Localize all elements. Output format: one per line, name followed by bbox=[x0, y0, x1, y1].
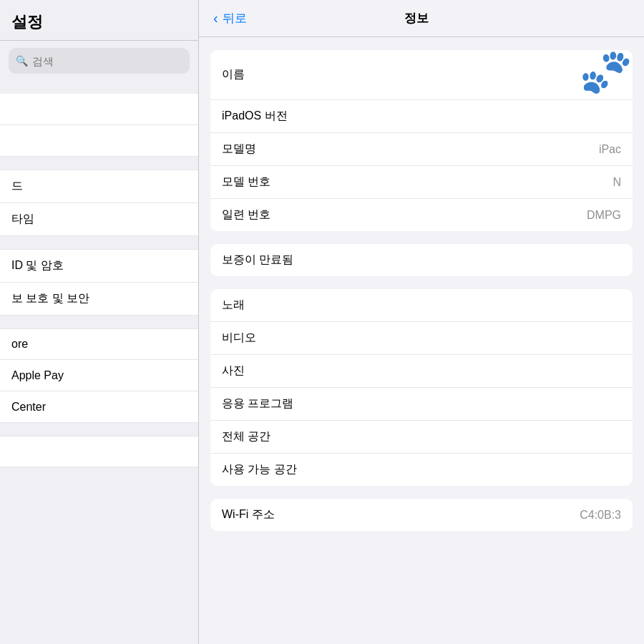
sidebar-item-store[interactable]: ore bbox=[0, 328, 198, 360]
back-button[interactable]: ‹ 뒤로 bbox=[213, 10, 247, 26]
label-ipados: iPadOS 버전 bbox=[222, 109, 288, 124]
sidebar-item-center[interactable]: Center bbox=[0, 391, 198, 423]
label-apps: 응용 프로그램 bbox=[222, 396, 293, 411]
label-wifi: Wi-Fi 주소 bbox=[222, 507, 275, 522]
sidebar-item-do[interactable]: 드 bbox=[0, 170, 198, 203]
value-model-number: N bbox=[613, 176, 621, 189]
sidebar-item-security[interactable]: 보 보호 및 보안 bbox=[0, 283, 198, 316]
row-apps: 응용 프로그램 bbox=[210, 388, 633, 421]
back-chevron-icon: ‹ bbox=[213, 10, 218, 26]
row-warranty: 보증이 만료됨 bbox=[210, 244, 633, 276]
sidebar-group-3: ID 및 암호 보 보호 및 보안 bbox=[0, 249, 198, 316]
row-model-number: 모델 번호 N bbox=[210, 166, 633, 199]
label-warranty: 보증이 만료됨 bbox=[222, 253, 293, 268]
label-videos: 비디오 bbox=[222, 331, 256, 346]
sidebar-item-empty-2[interactable] bbox=[0, 125, 198, 157]
network-section: Wi-Fi 주소 C4:0B:3 bbox=[210, 499, 633, 531]
storage-section: 노래 비디오 사진 응용 프로그램 전체 공간 사용 가능 공간 bbox=[210, 289, 633, 486]
sidebar-item-id[interactable]: ID 및 암호 bbox=[0, 249, 198, 283]
label-serial: 일련 번호 bbox=[222, 208, 270, 223]
row-name: 이름 🐾 bbox=[210, 50, 633, 100]
label-photos: 사진 bbox=[222, 364, 245, 379]
sidebar-group-1 bbox=[0, 81, 198, 157]
row-wifi: Wi-Fi 주소 C4:0B:3 bbox=[210, 499, 633, 531]
sidebar-divider-1 bbox=[0, 81, 198, 94]
main-content: 이름 🐾 iPadOS 버전 모델명 iPac 모델 번호 N 일련 번호 DM… bbox=[199, 37, 644, 644]
label-model-number: 모델 번호 bbox=[222, 175, 270, 190]
sidebar-divider-2 bbox=[0, 157, 198, 170]
sidebar: 설정 🔍 드 타임 ID 및 암호 보 보호 및 보안 ore Apple Pa bbox=[0, 0, 199, 644]
device-info-section: 이름 🐾 iPadOS 버전 모델명 iPac 모델 번호 N 일련 번호 DM… bbox=[210, 50, 633, 231]
main-header: ‹ 뒤로 정보 bbox=[199, 0, 644, 37]
warranty-section: 보증이 만료됨 bbox=[210, 244, 633, 276]
value-model-name: iPac bbox=[599, 143, 621, 156]
sidebar-item-applepay[interactable]: Apple Pay bbox=[0, 360, 198, 391]
sidebar-item-empty-3[interactable] bbox=[0, 436, 198, 467]
device-icon: 🐾 bbox=[579, 50, 633, 93]
label-model-name: 모델명 bbox=[222, 142, 256, 157]
label-total-space: 전체 공간 bbox=[222, 429, 270, 444]
search-icon: 🔍 bbox=[16, 55, 28, 67]
label-available-space: 사용 가능 공간 bbox=[222, 462, 297, 477]
back-label: 뒤로 bbox=[223, 10, 247, 26]
value-wifi: C4:0B:3 bbox=[580, 509, 621, 522]
sidebar-group-2: 드 타임 bbox=[0, 170, 198, 236]
main-panel: ‹ 뒤로 정보 이름 🐾 iPadOS 버전 모델명 iPac 모델 번호 N bbox=[199, 0, 644, 644]
sidebar-group-4: ore Apple Pay Center bbox=[0, 328, 198, 423]
search-input[interactable] bbox=[32, 55, 182, 67]
sidebar-group-5 bbox=[0, 436, 198, 467]
row-total-space: 전체 공간 bbox=[210, 421, 633, 454]
row-songs: 노래 bbox=[210, 289, 633, 322]
sidebar-divider-3 bbox=[0, 236, 198, 249]
sidebar-title: 설정 bbox=[0, 0, 198, 41]
sidebar-divider-4 bbox=[0, 316, 198, 328]
page-title: 정보 bbox=[247, 10, 587, 26]
sidebar-item-time[interactable]: 타임 bbox=[0, 203, 198, 236]
row-model-name: 모델명 iPac bbox=[210, 133, 633, 166]
row-photos: 사진 bbox=[210, 355, 633, 388]
row-videos: 비디오 bbox=[210, 322, 633, 355]
row-available-space: 사용 가능 공간 bbox=[210, 454, 633, 486]
sidebar-search-bar[interactable]: 🔍 bbox=[9, 48, 190, 74]
value-serial: DMPG bbox=[587, 209, 621, 222]
sidebar-item-empty-1[interactable] bbox=[0, 94, 198, 125]
sidebar-divider-5 bbox=[0, 423, 198, 436]
label-name: 이름 bbox=[222, 67, 245, 82]
label-songs: 노래 bbox=[222, 298, 245, 313]
row-serial: 일련 번호 DMPG bbox=[210, 199, 633, 231]
row-ipados: iPadOS 버전 bbox=[210, 100, 633, 133]
